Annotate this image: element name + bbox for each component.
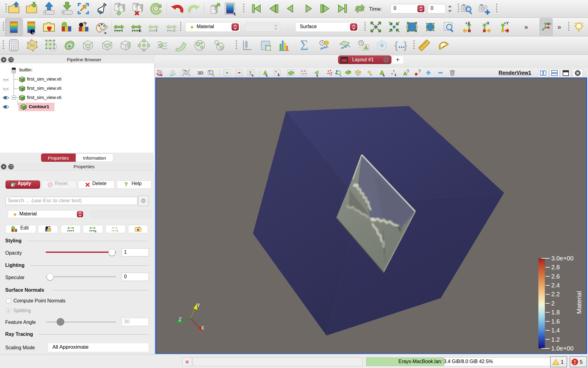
svg-text:?: ? — [418, 69, 421, 74]
svg-text:e: e — [30, 25, 35, 36]
svg-text:Σ: Σ — [300, 37, 308, 53]
svg-text:}: } — [404, 39, 407, 51]
svg-text:1.8: 1.8 — [551, 309, 560, 316]
svg-text:2.2: 2.2 — [551, 291, 560, 298]
svg-text:1.2: 1.2 — [551, 336, 560, 343]
svg-text:?: ? — [406, 69, 409, 74]
svg-text:1.0e+00: 1.0e+00 — [551, 345, 574, 352]
svg-text:X: X — [201, 325, 204, 331]
svg-text:2: 2 — [551, 300, 555, 307]
svg-text:3.0e+00: 3.0e+00 — [551, 255, 574, 262]
svg-text:{: { — [394, 39, 398, 51]
svg-text:1.6: 1.6 — [551, 318, 560, 325]
svg-text:c: c — [95, 229, 96, 233]
svg-text:2.8: 2.8 — [551, 264, 560, 271]
svg-text:1.4: 1.4 — [551, 327, 560, 334]
svg-text:-X: -X — [485, 21, 489, 25]
svg-text:?: ? — [49, 226, 51, 229]
svg-text:t: t — [117, 229, 118, 233]
svg-text:c: c — [139, 28, 141, 33]
svg-text:?: ? — [84, 22, 86, 27]
svg-text:»: » — [524, 23, 528, 31]
svg-text:2.6: 2.6 — [551, 273, 560, 280]
svg-text:Time:: Time: — [369, 6, 382, 12]
svg-text:Y: Y — [197, 303, 200, 308]
svg-text:Material: Material — [575, 291, 582, 314]
svg-text:3D: 3D — [198, 70, 203, 75]
svg-text:t: t — [156, 28, 157, 33]
svg-text:+Y: +Y — [504, 21, 509, 25]
svg-text:Z: Z — [179, 317, 182, 322]
svg-text:2.4: 2.4 — [551, 282, 560, 289]
svg-text:»: » — [557, 23, 561, 31]
svg-text:+X: +X — [465, 21, 470, 25]
